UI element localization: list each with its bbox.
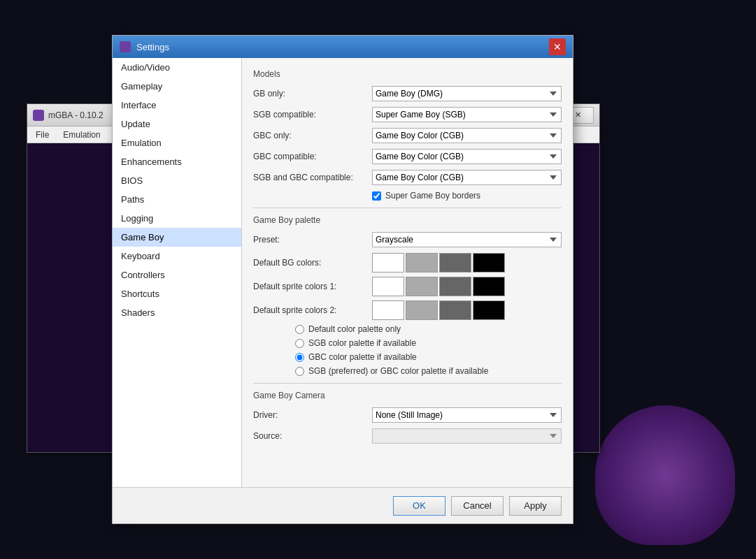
default-sprite2-color-swatches [372, 300, 505, 320]
radio-sgb-preferred-palette[interactable] [295, 367, 304, 376]
mgba-title-area: mGBA - 0.10.2 [33, 110, 104, 121]
gb-only-select[interactable]: Game Boy (DMG) [372, 86, 562, 101]
gbc-compatible-row: GBC compatible: Game Boy Color (CGB) [253, 149, 562, 164]
camera-driver-select[interactable]: None (Still Image) Webcam [372, 407, 562, 423]
ok-button[interactable]: OK [393, 496, 445, 516]
sidebar-item-shaders[interactable]: Shaders [113, 303, 241, 322]
sidebar-item-paths[interactable]: Paths [113, 190, 241, 209]
models-section-title: Models [253, 69, 562, 79]
preset-select[interactable]: Grayscale Original Green Custom [372, 232, 562, 247]
preset-label: Preset: [253, 235, 372, 245]
sidebar-item-controllers[interactable]: Controllers [113, 266, 241, 284]
super-game-boy-borders-row: Super Game Boy borders [372, 191, 562, 201]
mgba-icon [33, 110, 44, 121]
settings-sidebar: Audio/Video Gameplay Interface Update Em… [113, 58, 242, 487]
sidebar-item-audio-video[interactable]: Audio/Video [113, 58, 241, 77]
default-sprite1-colors-label: Default sprite colors 1: [253, 282, 372, 291]
sgb-gbc-compatible-label: SGB and GBC compatible: [253, 173, 372, 182]
gbc-only-select[interactable]: Game Boy Color (CGB) [372, 128, 562, 143]
default-bg-colors-label: Default BG colors: [253, 258, 372, 268]
decorative-shape [595, 405, 735, 545]
bg-color-swatch-1[interactable] [372, 253, 404, 273]
bg-color-swatch-3[interactable] [439, 253, 471, 273]
radio-sgb-preferred-palette-row: SGB (preferred) or GBC color palette if … [295, 366, 562, 376]
palette-section-title: Game Boy palette [253, 215, 562, 225]
bg-color-swatch-4[interactable] [473, 253, 505, 273]
default-sprite1-colors-row: Default sprite colors 1: [253, 277, 562, 296]
radio-gbc-palette-row: GBC color palette if available [295, 352, 562, 362]
camera-section-title: Game Boy Camera [253, 391, 562, 400]
apply-button[interactable]: Apply [509, 496, 562, 516]
cancel-button[interactable]: Cancel [451, 496, 504, 516]
sidebar-item-shortcuts[interactable]: Shortcuts [113, 284, 241, 303]
mgba-menu-file[interactable]: File [33, 129, 52, 141]
gbc-only-label: GBC only: [253, 131, 372, 140]
sprite1-color-swatch-3[interactable] [439, 277, 471, 296]
camera-driver-label: Driver: [253, 410, 372, 420]
sprite1-color-swatch-1[interactable] [372, 277, 404, 296]
mgba-title-text: mGBA - 0.10.2 [48, 110, 104, 120]
sidebar-item-interface[interactable]: Interface [113, 96, 241, 115]
default-sprite2-colors-label: Default sprite colors 2: [253, 305, 372, 315]
settings-icon [120, 41, 131, 52]
radio-sgb-palette[interactable] [295, 339, 304, 348]
sidebar-item-gameplay[interactable]: Gameplay [113, 77, 241, 96]
sidebar-item-emulation[interactable]: Emulation [113, 133, 241, 152]
default-sprite2-colors-row: Default sprite colors 2: [253, 300, 562, 320]
sidebar-item-update[interactable]: Update [113, 115, 241, 133]
sgb-gbc-compatible-select[interactable]: Game Boy Color (CGB) [372, 170, 562, 185]
radio-gbc-palette-label: GBC color palette if available [308, 352, 417, 362]
settings-dialog: Settings ✕ Audio/Video Gameplay Interfac… [112, 35, 573, 524]
camera-source-label: Source: [253, 431, 372, 441]
sgb-compatible-row: SGB compatible: Super Game Boy (SGB) [253, 107, 562, 122]
sprite2-color-swatch-1[interactable] [372, 300, 404, 320]
radio-gbc-palette[interactable] [295, 353, 304, 362]
settings-titlebar: Settings ✕ [113, 36, 573, 58]
camera-source-row: Source: [253, 428, 562, 444]
radio-sgb-palette-label: SGB color palette if available [308, 338, 416, 348]
sgb-gbc-compatible-row: SGB and GBC compatible: Game Boy Color (… [253, 170, 562, 185]
sidebar-item-logging[interactable]: Logging [113, 209, 241, 228]
sprite2-color-swatch-2[interactable] [406, 300, 438, 320]
settings-close-button[interactable]: ✕ [549, 38, 566, 55]
radio-sgb-palette-row: SGB color palette if available [295, 338, 562, 348]
bg-color-swatch-2[interactable] [406, 253, 438, 273]
sidebar-item-enhancements[interactable]: Enhancements [113, 152, 241, 171]
gb-only-row: GB only: Game Boy (DMG) [253, 86, 562, 101]
settings-title-text: Settings [136, 42, 169, 52]
camera-driver-row: Driver: None (Still Image) Webcam [253, 407, 562, 423]
sidebar-item-keyboard[interactable]: Keyboard [113, 247, 241, 266]
settings-body: Audio/Video Gameplay Interface Update Em… [113, 58, 573, 487]
preset-row: Preset: Grayscale Original Green Custom [253, 232, 562, 247]
super-game-boy-borders-label: Super Game Boy borders [385, 191, 480, 201]
gbc-compatible-label: GBC compatible: [253, 152, 372, 161]
section-divider-1 [253, 208, 562, 208]
radio-default-palette-row: Default color palette only [295, 324, 562, 334]
default-bg-colors-row: Default BG colors: [253, 253, 562, 273]
sprite1-color-swatch-2[interactable] [406, 277, 438, 296]
default-bg-color-swatches [372, 253, 505, 273]
gb-only-label: GB only: [253, 89, 372, 99]
sprite2-color-swatch-4[interactable] [473, 300, 505, 320]
gbc-only-row: GBC only: Game Boy Color (CGB) [253, 128, 562, 143]
mgba-menu-emulation[interactable]: Emulation [60, 129, 103, 141]
settings-footer: OK Cancel Apply [113, 487, 573, 523]
sgb-compatible-select[interactable]: Super Game Boy (SGB) [372, 107, 562, 122]
settings-title-area: Settings [120, 41, 169, 52]
section-divider-2 [253, 383, 562, 384]
super-game-boy-borders-checkbox[interactable] [372, 191, 381, 201]
sprite2-color-swatch-3[interactable] [439, 300, 471, 320]
sidebar-item-bios[interactable]: BIOS [113, 171, 241, 190]
camera-source-select[interactable] [372, 428, 562, 444]
default-sprite1-color-swatches [372, 277, 505, 296]
gbc-compatible-select[interactable]: Game Boy Color (CGB) [372, 149, 562, 164]
radio-default-palette-label: Default color palette only [308, 324, 401, 334]
radio-sgb-preferred-palette-label: SGB (preferred) or GBC color palette if … [308, 366, 488, 376]
sidebar-item-game-boy[interactable]: Game Boy [113, 228, 241, 247]
settings-main-content: Models GB only: Game Boy (DMG) SGB compa… [242, 58, 573, 487]
radio-default-palette[interactable] [295, 325, 304, 334]
sprite1-color-swatch-4[interactable] [473, 277, 505, 296]
sgb-compatible-label: SGB compatible: [253, 110, 372, 119]
